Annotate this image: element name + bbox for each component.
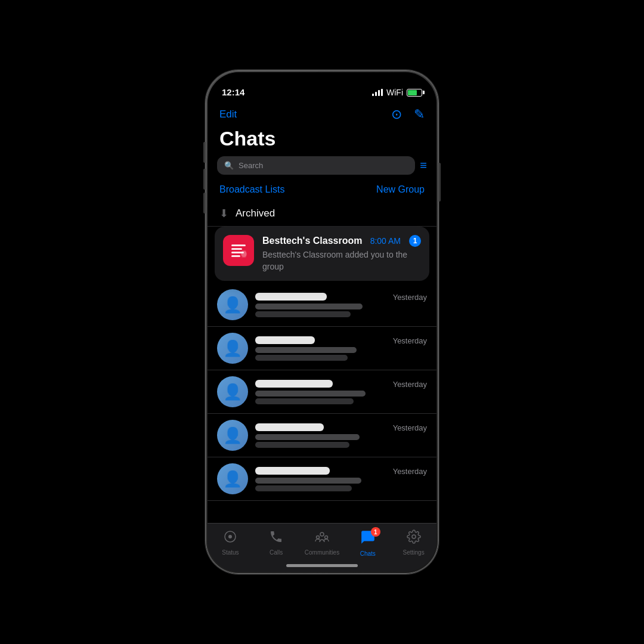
svg-point-6 bbox=[241, 251, 247, 257]
chat-msg-bar2 bbox=[255, 485, 352, 491]
chat-item[interactable]: 👤 Yesterday bbox=[208, 414, 436, 457]
svg-rect-1 bbox=[231, 244, 246, 246]
chat-time: Yesterday bbox=[393, 293, 427, 302]
archived-label: Archived bbox=[236, 208, 275, 219]
settings-tab-icon bbox=[407, 530, 421, 547]
avatar-icon: 👤 bbox=[223, 296, 242, 314]
status-icons: WiFi bbox=[372, 88, 422, 97]
home-indicator bbox=[286, 564, 358, 567]
archived-row[interactable]: ⬇ Archived bbox=[208, 201, 436, 227]
search-input-wrap[interactable]: 🔍 Search bbox=[217, 156, 415, 175]
avatar: 👤 bbox=[217, 376, 248, 407]
chat-msg-bar2 bbox=[255, 398, 354, 404]
chat-name-row: Yesterday bbox=[255, 380, 427, 389]
chat-name-row: Yesterday bbox=[255, 467, 427, 476]
search-bar: 🔍 Search ≡ bbox=[208, 156, 436, 181]
new-group-button[interactable]: New Group bbox=[376, 184, 425, 195]
chat-name-bar bbox=[255, 423, 324, 431]
chat-name-bar bbox=[255, 336, 315, 344]
compose-icon[interactable]: ✎ bbox=[414, 107, 425, 122]
communities-tab-icon bbox=[315, 530, 329, 547]
chat-msg-bar2 bbox=[255, 311, 351, 317]
status-bar: 12:14 WiFi bbox=[208, 72, 436, 102]
chat-item[interactable]: 👤 Yesterday bbox=[208, 370, 436, 414]
notification-popup[interactable]: Besttech's Classroom 8:00 AM 1 Besttech'… bbox=[215, 227, 429, 281]
notif-title: Besttech's Classroom bbox=[262, 236, 362, 246]
notif-time: 8:00 AM bbox=[370, 236, 401, 246]
chat-info: Yesterday bbox=[255, 423, 427, 448]
chat-name-row: Yesterday bbox=[255, 336, 427, 345]
chat-item[interactable]: 👤 Yesterday bbox=[208, 457, 436, 501]
chat-msg-bar bbox=[255, 304, 363, 309]
camera-icon[interactable]: ⊙ bbox=[391, 107, 402, 122]
tab-calls[interactable]: Calls bbox=[253, 530, 299, 556]
svg-point-12 bbox=[412, 535, 416, 538]
svg-point-8 bbox=[228, 535, 232, 538]
chats-tab-icon: 1 bbox=[360, 530, 376, 549]
svg-point-11 bbox=[324, 536, 327, 539]
chat-name-row: Yesterday bbox=[255, 423, 427, 432]
chat-time: Yesterday bbox=[393, 423, 427, 432]
chat-info: Yesterday bbox=[255, 336, 427, 361]
tab-settings-label: Settings bbox=[403, 549, 425, 556]
phone-frame: 12:14 WiFi Edit ⊙ ✎ bbox=[206, 70, 438, 574]
chat-info: Yesterday bbox=[255, 467, 427, 491]
search-placeholder: Search bbox=[239, 161, 263, 170]
chat-name-row: Yesterday bbox=[255, 293, 427, 302]
search-icon: 🔍 bbox=[224, 161, 234, 170]
svg-point-9 bbox=[320, 532, 324, 536]
signal-icon bbox=[372, 89, 383, 96]
chat-item[interactable]: 👤 Yesterday bbox=[208, 283, 436, 327]
filter-icon[interactable]: ≡ bbox=[420, 159, 427, 172]
calls-tab-icon bbox=[269, 530, 283, 547]
chat-name-bar bbox=[255, 293, 327, 301]
svg-rect-2 bbox=[231, 248, 242, 250]
status-time: 12:14 bbox=[222, 87, 244, 97]
notif-app-icon bbox=[223, 235, 254, 266]
chat-time: Yesterday bbox=[393, 336, 427, 345]
archive-icon: ⬇ bbox=[219, 207, 228, 220]
notif-badge: 1 bbox=[409, 235, 421, 247]
avatar: 👤 bbox=[217, 463, 248, 494]
broadcast-lists-button[interactable]: Broadcast Lists bbox=[219, 184, 284, 195]
app-content: Edit ⊙ ✎ Chats 🔍 Search ≡ Broadcast List… bbox=[208, 102, 436, 523]
tab-chats[interactable]: 1 Chats bbox=[345, 530, 391, 557]
header-icons: ⊙ ✎ bbox=[391, 107, 425, 122]
tab-settings[interactable]: Settings bbox=[391, 530, 436, 556]
chat-time: Yesterday bbox=[393, 467, 427, 476]
chat-info: Yesterday bbox=[255, 293, 427, 317]
chat-item[interactable]: 👤 Yesterday bbox=[208, 327, 436, 370]
avatar-icon: 👤 bbox=[223, 426, 242, 445]
tab-communities[interactable]: Communities bbox=[299, 530, 345, 556]
chat-msg-bar2 bbox=[255, 442, 349, 448]
chat-msg-bar bbox=[255, 434, 360, 440]
avatar: 👤 bbox=[217, 420, 248, 451]
edit-button[interactable]: Edit bbox=[219, 109, 237, 120]
notif-body: Besttech's Classroom added you to the gr… bbox=[262, 249, 421, 273]
chat-info: Yesterday bbox=[255, 380, 427, 404]
avatar-icon: 👤 bbox=[223, 339, 242, 358]
chat-msg-bar bbox=[255, 347, 357, 353]
notif-content: Besttech's Classroom 8:00 AM 1 Besttech'… bbox=[262, 235, 421, 273]
chat-msg-bar bbox=[255, 391, 366, 397]
phone-screen: 12:14 WiFi Edit ⊙ ✎ bbox=[208, 72, 436, 572]
chat-name-bar bbox=[255, 380, 333, 388]
chat-name-bar bbox=[255, 467, 330, 475]
avatar-icon: 👤 bbox=[223, 470, 242, 488]
tab-calls-label: Calls bbox=[270, 549, 283, 556]
svg-rect-4 bbox=[231, 255, 240, 257]
svg-point-10 bbox=[316, 536, 319, 539]
chat-list: 👤 Yesterday 👤 bbox=[208, 281, 436, 501]
avatar: 👤 bbox=[217, 289, 248, 320]
chat-msg-bar2 bbox=[255, 355, 348, 361]
chat-msg-bar bbox=[255, 478, 361, 484]
action-row: Broadcast Lists New Group bbox=[208, 181, 436, 201]
battery-icon bbox=[407, 89, 422, 97]
notch bbox=[283, 72, 361, 92]
chat-time: Yesterday bbox=[393, 380, 427, 389]
wifi-icon: WiFi bbox=[386, 88, 403, 97]
tab-status[interactable]: Status bbox=[208, 530, 253, 556]
notif-title-row: Besttech's Classroom 8:00 AM 1 bbox=[262, 235, 421, 247]
tab-status-label: Status bbox=[222, 549, 239, 556]
chats-tab-badge: 1 bbox=[371, 527, 380, 537]
